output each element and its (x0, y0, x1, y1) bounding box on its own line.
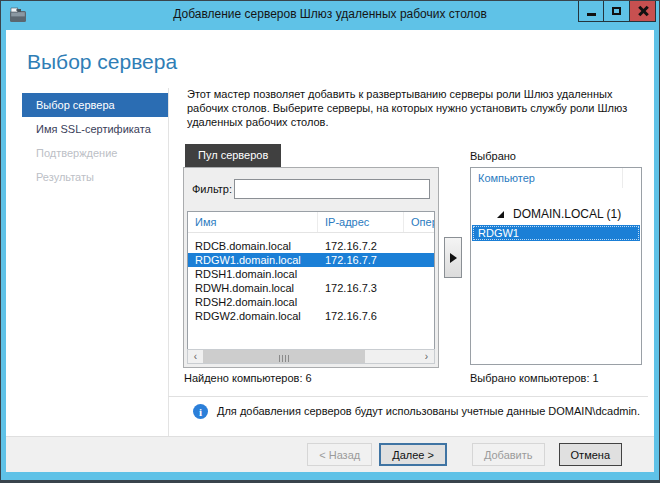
add-button[interactable]: Добавить (472, 443, 545, 466)
tree-expanded-icon (497, 211, 504, 218)
info-row: i Для добавления серверов будут использо… (193, 404, 644, 419)
table-row[interactable]: RDGW2.domain.local 172.16.7.6 (188, 309, 434, 323)
cell-name: RDSH2.domain.local (188, 295, 318, 309)
tab-server-pool[interactable]: Пул серверов (185, 144, 281, 167)
cell-name: RDSH1.domain.local (188, 267, 318, 281)
table-row[interactable]: RDSH2.domain.local (188, 295, 434, 309)
cell-name: RDWH.domain.local (188, 281, 318, 295)
maximize-button[interactable] (604, 1, 630, 22)
cell-ip: 172.16.7.7 (318, 253, 404, 267)
selected-panel-header: Компьютер (471, 168, 641, 190)
nav-item-ssl-certificate-name[interactable]: Имя SSL-сертификата (22, 117, 168, 141)
tree-group-domain[interactable]: DOMAIN.LOCAL (1) (471, 206, 641, 222)
wizard-footer: < Назад Далее > Добавить Отмена (6, 436, 654, 472)
info-icon: i (193, 404, 208, 419)
cell-name: RDGW1.domain.local (188, 253, 318, 267)
nav-item-server-selection[interactable]: Выбор сервера (22, 93, 168, 117)
scrollbar-thumb[interactable] (203, 350, 365, 363)
wizard-window: Добавление серверов Шлюз удаленных рабоч… (0, 0, 660, 483)
cell-ip (318, 295, 404, 309)
wizard-steps-nav: Выбор сервера Имя SSL-сертификата Подтве… (22, 93, 168, 189)
table-row[interactable]: RDSH1.domain.local (188, 267, 434, 281)
horizontal-scrollbar[interactable]: ‹ › (187, 349, 435, 364)
column-header-name[interactable]: Имя (188, 212, 318, 232)
server-pool-panel: Фильтр: Имя IP-адрес Опера RDCB.domain.l… (183, 167, 439, 368)
table-row[interactable]: RDCB.domain.local 172.16.7.2 (188, 239, 434, 253)
close-icon (638, 6, 648, 16)
wizard-content: Выбор сервера Выбор сервера Имя SSL-серт… (6, 30, 654, 472)
table-body: RDCB.domain.local 172.16.7.2 RDGW1.domai… (188, 233, 434, 323)
cell-ip (318, 267, 404, 281)
right-arrow-icon (450, 253, 457, 263)
scroll-left-icon[interactable]: ‹ (188, 350, 203, 363)
filter-label: Фильтр: (192, 183, 232, 195)
next-button[interactable]: Далее > (379, 443, 447, 466)
window-controls (578, 1, 656, 22)
maximize-icon (612, 7, 621, 15)
selected-computers-box: Компьютер DOMAIN.LOCAL (1) RDGW1 (470, 167, 642, 365)
info-separator (168, 396, 648, 397)
server-pool-table: Имя IP-адрес Опера RDCB.domain.local 172… (187, 211, 435, 352)
page-title: Выбор сервера (27, 50, 177, 74)
add-server-button[interactable] (444, 237, 462, 278)
column-header-ip[interactable]: IP-адрес (318, 212, 404, 232)
minimize-button[interactable] (578, 1, 604, 22)
nav-item-results: Результаты (22, 165, 168, 189)
window-title: Добавление серверов Шлюз удаленных рабоч… (1, 7, 659, 21)
wizard-description: Этот мастер позволяет добавить к разверт… (187, 87, 649, 129)
cell-ip: 172.16.7.2 (318, 239, 404, 253)
found-computers-label: Найдено компьютеров: 6 (184, 372, 312, 384)
nav-content-divider (168, 88, 169, 437)
selected-computer-item[interactable]: RDGW1 (472, 225, 640, 241)
cell-name: RDCB.domain.local (188, 239, 318, 253)
back-button[interactable]: < Назад (307, 443, 372, 466)
scroll-right-icon[interactable]: › (419, 350, 434, 363)
cell-ip: 172.16.7.6 (318, 309, 404, 323)
cell-name: RDGW2.domain.local (188, 309, 318, 323)
filter-row: Фильтр: (184, 168, 438, 210)
selected-computers-count: Выбрано компьютеров: 1 (470, 372, 599, 384)
selected-panel-label: Выбрано (470, 150, 516, 162)
cancel-button[interactable]: Отмена (559, 443, 622, 466)
scrollbar-track[interactable] (203, 350, 419, 363)
table-row[interactable]: RDWH.domain.local 172.16.7.3 (188, 281, 434, 295)
table-row-selected[interactable]: RDGW1.domain.local 172.16.7.7 (188, 253, 434, 267)
nav-item-confirmation: Подтверждение (22, 141, 168, 165)
close-button[interactable] (630, 1, 656, 22)
column-header-computer[interactable]: Компьютер (478, 172, 535, 184)
scrollbar-grip-icon (278, 348, 290, 366)
filter-input[interactable] (234, 179, 430, 199)
column-header-os[interactable]: Опера (404, 212, 434, 232)
tree-group-label: DOMAIN.LOCAL (1) (513, 207, 621, 221)
info-text: Для добавления серверов будут использова… (217, 404, 640, 417)
title-bar[interactable]: Добавление серверов Шлюз удаленных рабоч… (1, 1, 659, 30)
table-header: Имя IP-адрес Опера (188, 212, 434, 233)
cell-ip: 172.16.7.3 (318, 281, 404, 295)
minimize-icon (587, 13, 596, 16)
column-separator (622, 168, 623, 188)
